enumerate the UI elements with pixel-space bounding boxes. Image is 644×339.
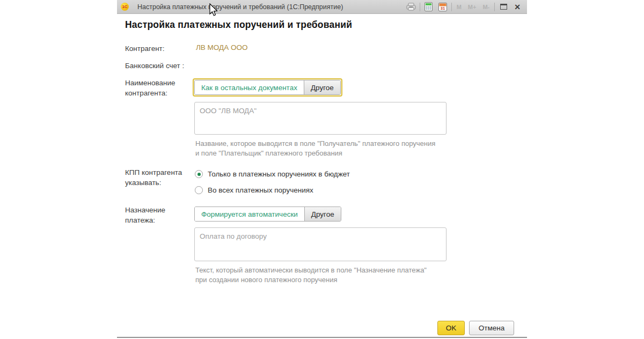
memory-plus-button: M+ [466, 4, 478, 10]
calendar-icon[interactable]: 31 [437, 2, 448, 12]
mouse-cursor [208, 3, 219, 17]
titlebar-separator [420, 3, 420, 11]
counterparty-label: Контрагент: [125, 43, 165, 54]
print-icon[interactable] [406, 2, 416, 12]
titlebar-separator [451, 3, 452, 11]
1c-logo-icon: 1С [121, 3, 129, 11]
dialog-window: 1С Настройка платежных поручений и требо… [117, 0, 527, 338]
svg-text:31: 31 [441, 6, 445, 11]
counterparty-name-label: Наименование контрагента: [125, 78, 191, 98]
calculator-icon[interactable] [423, 2, 434, 12]
ok-button[interactable]: OK [437, 321, 465, 335]
kpp-option-all-orders[interactable]: Во всех платежных поручениях [195, 186, 313, 194]
counterparty-link[interactable]: ЛВ МОДА ООО [196, 43, 247, 51]
counterparty-name-input[interactable]: ООО "ЛВ МОДА" [194, 102, 447, 135]
counterparty-name-hint: Название, которое выводится в поле "Полу… [195, 139, 438, 158]
payment-purpose-input[interactable]: Оплата по договору [194, 227, 447, 261]
toggle-option-as-in-other-documents[interactable]: Как в остальных документах [195, 80, 304, 94]
titlebar-separator [494, 3, 495, 11]
window-title: Настройка платежных поручений и требован… [137, 3, 406, 11]
page-title: Настройка платежных поручений и требован… [125, 19, 352, 31]
memory-recall-button: M [455, 4, 463, 10]
counterparty-name-toggle: Как в остальных документах Другое [193, 78, 342, 97]
toggle-option-other[interactable]: Другое [304, 207, 341, 221]
kpp-label: КПП контрагента указывать: [125, 167, 195, 188]
cancel-button[interactable]: Отмена [469, 321, 514, 335]
titlebar: 1С Настройка платежных поручений и требо… [117, 0, 527, 14]
payment-purpose-hint: Текст, который автоматически выводится в… [195, 266, 438, 284]
maximize-button[interactable] [498, 2, 509, 12]
radio-label: Во всех платежных поручениях [208, 186, 313, 194]
kpp-option-budget-only[interactable]: Только в платежных поручениях в бюджет [195, 170, 350, 178]
radio-label: Только в платежных поручениях в бюджет [208, 170, 350, 178]
memory-minus-button: M- [481, 4, 491, 10]
radio-selected-icon [195, 170, 203, 178]
radio-unselected-icon [195, 186, 203, 194]
close-button[interactable]: ✕ [512, 3, 523, 11]
toggle-option-other[interactable]: Другое [304, 80, 340, 94]
bank-account-label: Банковский счет : [125, 61, 184, 71]
payment-purpose-toggle: Формируется автоматически Другое [194, 207, 341, 222]
toggle-option-auto-generated[interactable]: Формируется автоматически [195, 207, 304, 221]
payment-purpose-label: Назначение платежа: [125, 205, 191, 225]
